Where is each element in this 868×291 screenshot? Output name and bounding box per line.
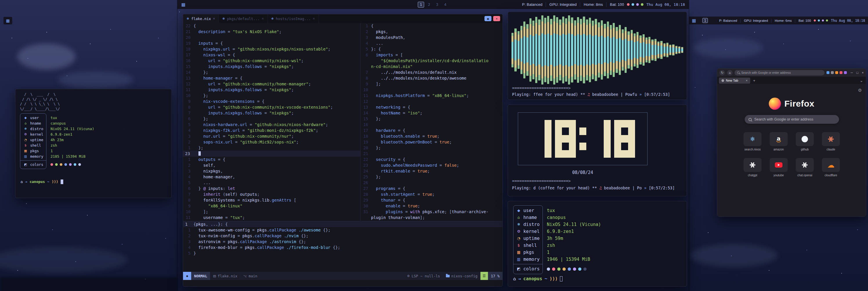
reload-button[interactable]: ↻: [719, 70, 725, 76]
arrow-icon: →: [518, 275, 521, 282]
visualizer-bar: [663, 43, 665, 56]
editor-pane-flake[interactable]: 22{21 description = "tux's NixOS Flake";…: [183, 23, 361, 221]
tray-icon[interactable]: [814, 20, 816, 22]
tray-icon[interactable]: [818, 20, 820, 22]
system-fetch: ◆user⌂hname❄distro⚙kernel◔uptime$shell▦p…: [20, 113, 167, 169]
terminal-fetch-right[interactable]: ◆user⌂hname❄distro⚙kernel◔uptime$shell▦p…: [508, 201, 687, 287]
buffer-close-button[interactable]: ×: [493, 16, 500, 21]
clock-cell: [621, 143, 628, 150]
code-token: =: [400, 111, 408, 115]
shortcut-chatgpt[interactable]: chatgpt: [744, 158, 762, 177]
tab-close-icon[interactable]: ×: [262, 17, 264, 21]
code-token: =: [400, 105, 408, 110]
editor-tab-pkgs-default-[interactable]: ❄pkgs/default...×: [219, 14, 268, 23]
visualizer-bar: [574, 20, 576, 80]
workspace-3[interactable]: 3: [434, 2, 440, 7]
code-token: ;: [291, 134, 293, 139]
shortcut-youtube[interactable]: youtube: [770, 158, 788, 177]
shortcut-search-nixos[interactable]: ❄search.nixos: [744, 132, 762, 151]
shell-prompt[interactable]: ⌂→canopus~))): [21, 179, 63, 184]
extension-icon[interactable]: [827, 71, 829, 74]
code-text: {: [193, 23, 196, 29]
tab-close-icon[interactable]: ×: [213, 17, 215, 21]
shortcut-card: [796, 132, 814, 146]
extension-icon[interactable]: [840, 71, 842, 74]
code-token: }: [193, 186, 204, 191]
command-line[interactable]: [183, 280, 502, 286]
workspace-1[interactable]: 1: [418, 2, 424, 7]
nixos-icon: ❄: [750, 136, 755, 143]
code-line: 1 };: [183, 145, 360, 151]
launcher-chip[interactable]: ▦: [3, 17, 12, 24]
editor-tab-hosts-isoImag-[interactable]: ❄hosts/isoImag...×: [268, 14, 319, 23]
tab-new-tab[interactable]: New Tab ×: [719, 78, 750, 84]
shortcut-amazon[interactable]: aamazon: [770, 132, 788, 151]
firefox-window[interactable]: ↻ ⌂ Search with Google or enter address …: [717, 68, 866, 217]
tray-icon[interactable]: [822, 20, 824, 22]
terminal-fetch-left[interactable]: / \ ___ / \ / /\ \/ _ \/ /\ \ / / \ \ \_…: [15, 89, 172, 198]
code-line: 4 home-manager,: [183, 174, 360, 180]
status-item: GPU: Integrated: [744, 19, 768, 22]
workspace-2[interactable]: 2: [426, 2, 432, 7]
code-token: plugin thunar-volman: [371, 215, 420, 220]
neovim-window[interactable]: ❄flake.nix×❄pkgs/default...×❄hosts/isoIm…: [183, 14, 503, 287]
list-tabs-icon[interactable]: ⌄: [859, 79, 864, 83]
launcher-icon[interactable]: ▦: [181, 2, 185, 7]
code-token: nix-vscode-extensions: [193, 99, 255, 104]
minimize-button[interactable]: ─: [850, 71, 853, 74]
code-token: firefox-mod-blur: [193, 245, 238, 250]
extension-icon[interactable]: [831, 71, 834, 74]
tab-label: flake.nix: [191, 17, 211, 21]
editor-pane-pkgs[interactable]: 1{pkgs, ...}: {1 tux-awesome-wm-config =…: [183, 221, 502, 272]
tray-icon[interactable]: [641, 3, 644, 6]
close-button[interactable]: ×: [862, 71, 864, 74]
workspace-4[interactable]: 4: [442, 2, 448, 7]
github-icon: [802, 136, 808, 142]
launcher-icon[interactable]: ▦: [692, 18, 696, 23]
code-line: 6 };: [183, 116, 360, 122]
line-number: 6: [361, 52, 371, 58]
tray-icon[interactable]: [826, 20, 828, 22]
code-line: 8 ../../modules/nixos/desktop/awesome: [361, 75, 502, 81]
code-token: .: [255, 245, 257, 250]
tray-icon[interactable]: [636, 3, 639, 6]
code-text: ...: [371, 40, 383, 46]
maximize-button[interactable]: □: [857, 71, 859, 74]
search-bar[interactable]: Search with Google or enter address: [745, 115, 839, 124]
editor-pane-iso[interactable]: 1{2 pkgs,3 modulesPath,4 ...5}: {6 impor…: [361, 23, 502, 221]
tray-icon[interactable]: [627, 3, 629, 6]
personalize-gear-icon[interactable]: ⚙: [858, 88, 862, 93]
code-token: ];: [193, 209, 208, 214]
extension-icon[interactable]: [844, 71, 847, 74]
shortcut-claude[interactable]: claude: [822, 132, 840, 151]
prompt-host: canopus: [523, 275, 542, 282]
clock-date: 08/08/24: [518, 170, 648, 175]
extension-icon[interactable]: [835, 71, 838, 74]
tray-icon[interactable]: [631, 3, 634, 6]
url-bar[interactable]: Search with Google or enter address: [735, 70, 825, 76]
shortcut-cloudflare[interactable]: ☁cloudflare: [822, 158, 840, 177]
code-token: {};: [331, 245, 340, 250]
shortcut-github[interactable]: github: [796, 132, 814, 151]
workspace-1[interactable]: 1: [702, 18, 708, 23]
fetch-label-row: ▥memory: [517, 256, 539, 263]
fetch-distro-icon: ❄: [517, 221, 521, 228]
clock-panel[interactable]: 08/08/24 =======================> Playin…: [508, 105, 687, 196]
line-number: 5: [183, 180, 193, 185]
buffer-pick-button[interactable]: ◉: [485, 16, 491, 21]
new-tab-button[interactable]: +: [752, 79, 756, 83]
status-item: Bat: 100: [798, 19, 811, 22]
shortcut-chat-openai[interactable]: chat.openai: [796, 158, 814, 177]
home-button[interactable]: ⌂: [727, 70, 733, 76]
close-tab-icon[interactable]: ×: [746, 79, 748, 82]
editor-tab-flake-nix[interactable]: ❄flake.nix×: [183, 14, 219, 23]
line-number: 20: [361, 145, 371, 151]
code-token: {: [220, 41, 223, 46]
code-token: =: [220, 134, 228, 139]
shell-prompt[interactable]: ⌂→canopus~))): [513, 275, 562, 282]
visualizer-bar: [622, 29, 624, 71]
tab-close-icon[interactable]: ×: [313, 17, 315, 21]
music-visualizer-panel[interactable]: =======================> Playing: ffee f…: [508, 11, 687, 100]
code-token: tux-awesome-wm-config: [193, 228, 250, 232]
code-line: 5}: {: [361, 46, 502, 52]
